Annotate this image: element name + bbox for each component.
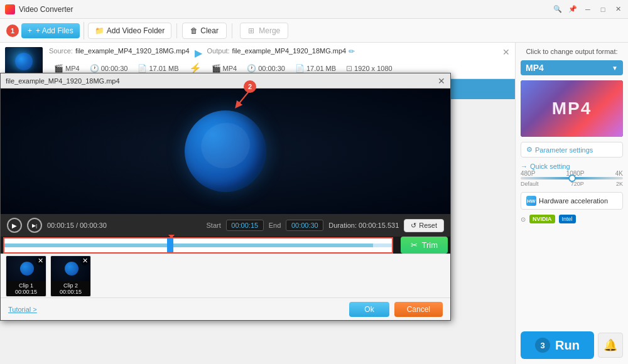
- format-detail: 🎬 MP4: [54, 64, 80, 73]
- output-file-icon: 📄: [295, 64, 305, 73]
- clip-2-label: Clip 2: [52, 282, 89, 289]
- play-button[interactable]: ▶: [7, 218, 22, 233]
- slider-fill: [4, 244, 373, 247]
- arrow-divider: ▶: [195, 47, 202, 59]
- run-button[interactable]: 3 Run: [521, 331, 594, 359]
- ok-button[interactable]: Ok: [349, 302, 389, 317]
- minimize-btn[interactable]: ─: [583, 4, 593, 14]
- output-format-icon: 🎬: [212, 64, 221, 73]
- quality-480p: 480P: [521, 170, 535, 177]
- format-selector[interactable]: MP4 ▼: [521, 60, 623, 75]
- slider-track: [4, 244, 392, 247]
- output-label: Output:: [207, 47, 230, 59]
- reset-label: Reset: [419, 222, 437, 229]
- trim-handle-left[interactable]: [167, 238, 173, 252]
- clip-1-duration: 00:00:15: [8, 289, 45, 295]
- pin-btn[interactable]: 📌: [568, 4, 578, 14]
- merge-button[interactable]: ⊞ Merge: [240, 23, 288, 39]
- trim-slider[interactable]: [3, 237, 393, 254]
- clear-label: Clear: [200, 26, 219, 35]
- output-format-value: MP4: [223, 65, 237, 72]
- tutorial-link[interactable]: Tutorial >: [8, 306, 37, 313]
- source-filename: file_example_MP4_1920_18MG.mp4: [75, 47, 190, 59]
- close-btn[interactable]: ✕: [613, 4, 623, 14]
- reset-icon: ↺: [411, 222, 416, 230]
- start-label: Start: [207, 222, 221, 229]
- output-size-value: 17.01 MB: [306, 65, 336, 72]
- parameter-settings-btn[interactable]: ⚙ Parameter settings: [521, 142, 623, 158]
- reset-button[interactable]: ↺ Reset: [404, 219, 444, 232]
- trash-icon: 🗑: [190, 26, 198, 35]
- quick-setting-section: → Quick setting 480P 1080P 4K Default 72…: [521, 163, 623, 187]
- thumbnail-earth: [5, 47, 43, 75]
- trim-button[interactable]: ✂ Trim: [401, 237, 448, 254]
- run-section: 3 Run 🔔: [521, 331, 623, 359]
- format-icon: 🎬: [54, 64, 63, 73]
- earth-background: [1, 88, 450, 214]
- end-time-input[interactable]: [286, 220, 323, 231]
- output-size-detail: 📄 17.01 MB: [295, 64, 336, 73]
- quality-4k: 4K: [615, 170, 623, 177]
- trim-marker: [168, 235, 175, 238]
- video-screen[interactable]: [1, 88, 450, 214]
- close-file-btn[interactable]: ✕: [502, 47, 510, 59]
- format-value: MP4: [65, 65, 80, 72]
- clip-2-info: Clip 2 00:00:15: [51, 281, 90, 296]
- alarm-icon: 🔔: [604, 339, 617, 351]
- clip-2-close[interactable]: ✕: [80, 257, 89, 265]
- toolbar-divider-1: [176, 23, 177, 38]
- nvidia-badge[interactable]: NVIDIA: [529, 215, 555, 223]
- quick-setting-label: → Quick setting: [521, 163, 623, 170]
- resolution-detail: ⊡ 1920 x 1080: [346, 64, 392, 73]
- alarm-btn[interactable]: 🔔: [598, 333, 623, 358]
- source-label: Source:: [49, 47, 73, 59]
- file-details: Source: file_example_MP4_1920_18MG.mp4 ▶…: [46, 47, 510, 75]
- clear-button[interactable]: 🗑 Clear: [182, 23, 227, 39]
- search-btn[interactable]: 🔍: [553, 4, 563, 14]
- quality-slider-thumb[interactable]: [568, 174, 576, 182]
- settings-icon: ⚙: [526, 146, 533, 154]
- hardware-accel-btn[interactable]: HW Hardware acceleration: [521, 192, 623, 210]
- video-close-btn[interactable]: ✕: [438, 77, 445, 85]
- format-preview-img: MP4: [521, 80, 623, 137]
- earth-graphic-large: [185, 110, 266, 192]
- clip-1: ✕ Clip 1 00:00:15: [6, 255, 46, 297]
- quality-slider[interactable]: [521, 177, 623, 179]
- window-controls: 🔍 📌 ─ □ ✕: [553, 4, 623, 14]
- clips-area: ✕ Clip 1 00:00:15 ✕ Clip 2: [1, 254, 450, 297]
- edit-output-icon[interactable]: ✏: [349, 47, 355, 59]
- gpu-options: ⊙ NVIDIA Intel: [521, 215, 623, 223]
- hw-icon: HW: [526, 196, 536, 206]
- folder-icon: 📁: [95, 26, 104, 35]
- file-source-row: Source: file_example_MP4_1920_18MG.mp4 ▶…: [0, 45, 515, 76]
- clip-1-close[interactable]: ✕: [36, 257, 45, 265]
- hw-accel-label: Hardware acceleration: [539, 197, 608, 205]
- quick-arrow-icon: →: [521, 163, 528, 170]
- add-files-label: + Add Files: [36, 26, 73, 35]
- file-icon: 📄: [138, 64, 147, 73]
- start-time-input[interactable]: [226, 220, 264, 231]
- bottom-bar: Tutorial > Ok Cancel: [1, 297, 450, 320]
- cancel-button[interactable]: Cancel: [394, 302, 443, 317]
- duration-detail: 🕐 00:00:30: [90, 64, 128, 73]
- main-area: Source: file_example_MP4_1920_18MG.mp4 ▶…: [0, 43, 628, 364]
- trim-row: ✂ Trim: [1, 237, 450, 254]
- format-chevron: ▼: [612, 65, 618, 72]
- add-files-button[interactable]: + + Add Files: [21, 23, 80, 38]
- format-label: MP4: [526, 63, 612, 73]
- quick-setting-text: Quick setting: [530, 163, 570, 170]
- duration-value: 00:00:30: [101, 65, 128, 72]
- duration-display: Duration: 00:00:15.531: [328, 222, 399, 229]
- add-folder-button[interactable]: 📁 Add Video Folder: [88, 23, 172, 39]
- output-duration-detail: 🕐 00:00:30: [247, 64, 285, 73]
- clock-icon: 🕐: [90, 64, 99, 73]
- maximize-btn[interactable]: □: [598, 4, 608, 14]
- add-folder-label: Add Video Folder: [107, 26, 165, 35]
- frame-advance-btn[interactable]: ▶|: [27, 218, 42, 233]
- step-3-badge: 3: [535, 338, 550, 353]
- clip-2: ✕ Clip 2 00:00:15: [50, 255, 91, 297]
- output-format-label: Click to change output format:: [521, 48, 623, 55]
- gpu-radio-icon: ⊙: [521, 216, 526, 223]
- app-icon: [5, 4, 15, 14]
- intel-badge[interactable]: Intel: [559, 215, 576, 223]
